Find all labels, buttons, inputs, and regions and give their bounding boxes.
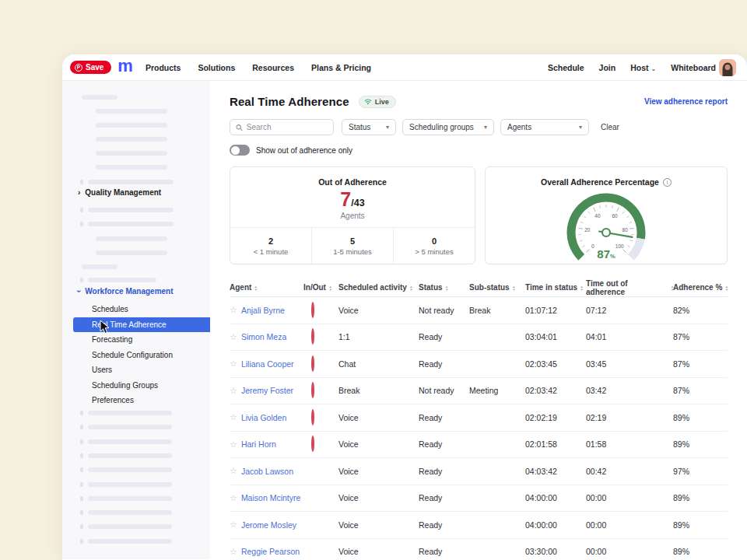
column-header-time-out-of-adherence[interactable]: Time out of adherence▴▾ — [586, 279, 673, 296]
star-icon[interactable]: ☆ — [230, 494, 237, 502]
in-out-cell — [303, 491, 338, 505]
sidebar-item-workforce-management[interactable]: › Workforce Management — [78, 285, 174, 296]
agent-name-link[interactable]: Jerome Mosley — [241, 520, 296, 530]
cell-time-out-of-adherence: 03:45 — [586, 359, 673, 369]
agents-dropdown[interactable]: Agents▾ — [500, 119, 589, 135]
adherence-toggle-row: Show out of adherence only — [230, 145, 728, 156]
table-row[interactable]: ☆Hari HornVoiceReady02:01:5801:5889% — [230, 432, 728, 459]
cell-status: Ready — [419, 493, 469, 502]
nav-plans-pricing[interactable]: Plans & Pricing — [311, 63, 371, 72]
nav-left-links: ProductsSolutionsResourcesPlans & Pricin… — [146, 63, 371, 72]
sidebar-item-real-time-adherence[interactable]: Real Time Adherence — [73, 317, 210, 333]
column-header-in-out[interactable]: In/Out▴▾ — [303, 283, 338, 292]
column-header-sub-status[interactable]: Sub-status▴▾ — [469, 283, 525, 292]
table-row[interactable]: ☆Reggie PearsonVoiceReady03:30:0000:0089… — [230, 539, 728, 560]
column-header-scheduled-activity[interactable]: Scheduled activity▴▾ — [338, 283, 419, 292]
agents-table: Agent▴▾In/Out▴▾Scheduled activity▴▾Statu… — [230, 278, 728, 559]
nav-solutions[interactable]: Solutions — [198, 63, 235, 72]
sidebar-item-scheduling-groups[interactable]: Scheduling Groups — [62, 378, 210, 394]
gauge-title: Overall Adherence Percentage — [541, 177, 659, 187]
sidebar-item-schedule-configuration[interactable]: Schedule Configuration — [62, 348, 210, 363]
agent-name-link[interactable]: Simon Meza — [241, 332, 286, 341]
cell-adherence: 89% — [673, 413, 728, 422]
cell-time-in-status: 02:03:42 — [525, 386, 586, 395]
column-header-adherence[interactable]: Adherence %▴▾ — [673, 283, 728, 292]
status-dropdown[interactable]: Status▾ — [342, 119, 396, 135]
agent-name-link[interactable]: Jacob Lawson — [241, 467, 293, 476]
star-icon[interactable]: ☆ — [230, 413, 237, 422]
star-icon[interactable]: ☆ — [230, 333, 237, 341]
chevron-down-icon: ⌄ — [651, 65, 657, 72]
sidebar-item-forecasting[interactable]: Forecasting — [62, 332, 210, 348]
star-icon[interactable]: ☆ — [230, 520, 237, 529]
cell-time-out-of-adherence: 00:42 — [586, 467, 673, 476]
agent-name-link[interactable]: Reggie Pearson — [241, 547, 300, 556]
sidebar-item-users[interactable]: Users — [62, 362, 210, 378]
page-header: Real Time Adherence Live View adherence … — [230, 95, 728, 108]
cell-status: Not ready — [419, 386, 469, 395]
nav-join[interactable]: Join — [599, 63, 616, 72]
filter-dropdowns: Status▾Scheduling groups▾Agents▾ — [340, 119, 589, 135]
skeleton-tick — [80, 524, 83, 529]
cell-sub-status: Meeting — [469, 386, 525, 395]
star-icon[interactable]: ☆ — [230, 306, 237, 314]
bucket-label: > 5 minutes — [415, 247, 453, 256]
agent-name-link[interactable]: Hari Horn — [241, 439, 276, 449]
scheduling-groups-dropdown[interactable]: Scheduling groups▾ — [402, 119, 494, 135]
star-icon[interactable]: ☆ — [230, 467, 237, 475]
star-icon[interactable]: ☆ — [230, 359, 237, 368]
agent-name-link[interactable]: Livia Golden — [241, 413, 286, 422]
column-header-time-in-status[interactable]: Time in status▴▾ — [525, 283, 586, 292]
nav-resources[interactable]: Resources — [252, 63, 294, 72]
agent-name-link[interactable]: Liliana Cooper — [241, 359, 294, 369]
column-header-status[interactable]: Status▴▾ — [419, 283, 469, 292]
agent-name-link[interactable]: Maison Mcintyre — [241, 493, 300, 502]
star-icon[interactable]: ☆ — [230, 548, 237, 556]
nav-schedule[interactable]: Schedule — [548, 63, 584, 72]
agent-name-link[interactable]: Jeremy Foster — [241, 386, 293, 395]
sidebar-item-schedules[interactable]: Schedules — [62, 302, 210, 317]
show-out-of-adherence-toggle[interactable] — [230, 145, 250, 156]
pinterest-save-button[interactable]: P Save — [70, 61, 111, 74]
search-input[interactable] — [247, 123, 328, 131]
cell-adherence: 89% — [673, 547, 728, 556]
info-icon[interactable]: i — [663, 178, 672, 187]
column-header-agent[interactable]: Agent▴▾ — [230, 283, 303, 292]
table-row[interactable]: ☆Maison McintyreVoiceReady04:00:0000:008… — [230, 485, 728, 513]
cell-activity: Voice — [338, 520, 419, 530]
clear-filters-button[interactable]: Clear — [601, 123, 619, 131]
column-header-label: Time in status — [525, 283, 577, 292]
skeleton-bar — [96, 236, 167, 241]
nav-host[interactable]: Host⌄ — [630, 63, 656, 72]
star-icon[interactable]: ☆ — [230, 440, 237, 449]
table-row[interactable]: ☆Liliana CooperChatReady02:03:4503:4587% — [230, 351, 728, 378]
miro-logo[interactable]: m — [117, 58, 133, 75]
sidebar-item-preferences[interactable]: Preferences — [62, 393, 210, 408]
skeleton-bar — [88, 482, 172, 487]
nav-products[interactable]: Products — [146, 63, 181, 72]
agent-name-link[interactable]: Anjali Byrne — [241, 306, 285, 315]
status-dot-out — [311, 382, 314, 398]
view-adherence-report-link[interactable]: View adherence report — [644, 97, 728, 106]
skeleton-tick — [80, 539, 83, 544]
table-row[interactable]: ☆Livia GoldenVoiceReady02:02:1902:1989% — [230, 404, 728, 432]
table-row[interactable]: ☆Jerome MosleyVoiceReady04:00:0000:0089% — [230, 512, 728, 539]
adherence-bucket: 0> 5 minutes — [393, 228, 475, 264]
skeleton-bar — [88, 180, 174, 184]
cell-time-in-status: 03:30:00 — [525, 547, 586, 556]
skeleton-bar — [88, 467, 172, 472]
svg-text:0: 0 — [591, 243, 594, 249]
table-row[interactable]: ☆Anjali ByrneVoiceNot readyBreak01:07:12… — [230, 297, 728, 324]
star-icon[interactable]: ☆ — [230, 387, 237, 395]
cell-adherence: 89% — [673, 520, 728, 530]
nav-whiteboard[interactable]: Whiteboard — [671, 63, 716, 72]
avatar[interactable] — [719, 59, 736, 76]
sidebar-item-quality-management[interactable]: › Quality Management — [78, 187, 161, 198]
table-row[interactable]: ☆Simon Meza1:1Ready03:04:0104:0187% — [230, 324, 728, 352]
table-row[interactable]: ☆Jeremy FosterBreakNot readyMeeting02:03… — [230, 378, 728, 405]
cell-activity: Voice — [338, 493, 419, 502]
cell-adherence: 89% — [673, 439, 728, 449]
status-dot-out — [311, 328, 314, 345]
status-dot-out — [311, 302, 314, 318]
table-row[interactable]: ☆Jacob LawsonVoiceReady04:03:4200:4297% — [230, 458, 728, 485]
